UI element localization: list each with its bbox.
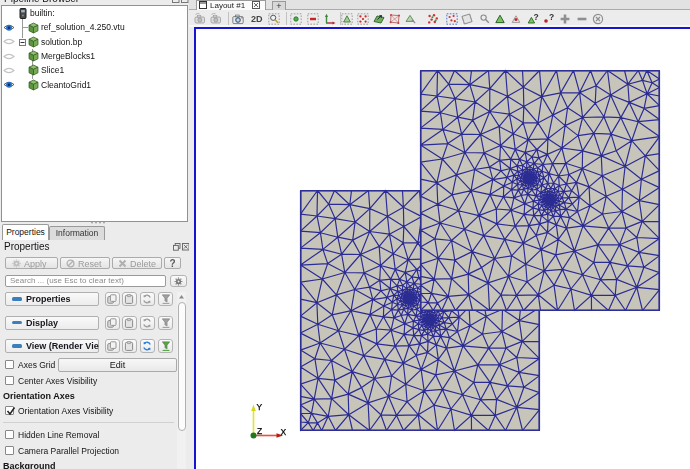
svg-text:?: ?	[533, 13, 538, 22]
svg-text:?: ?	[549, 13, 554, 22]
svg-text:Y: Y	[256, 402, 262, 412]
svg-text:X: X	[280, 427, 286, 437]
svg-text:Z: Z	[257, 426, 262, 436]
